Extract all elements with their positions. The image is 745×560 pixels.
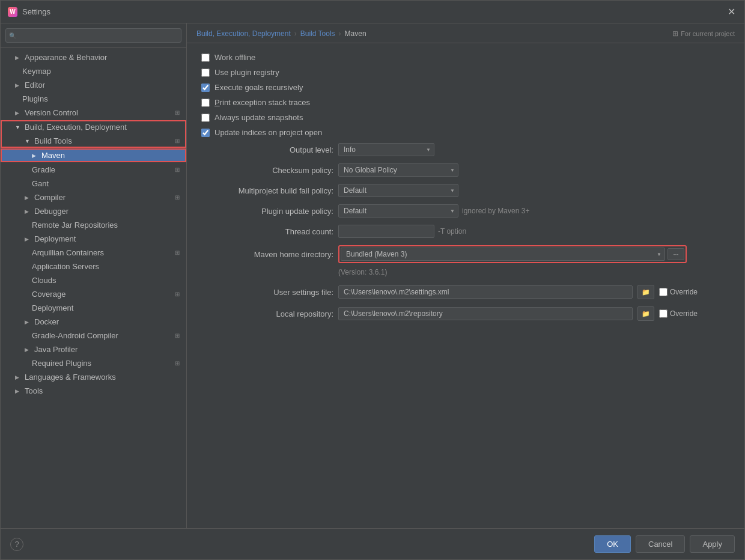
triangle-icon: ▶ <box>15 110 22 116</box>
triangle-icon: ▶ <box>25 319 32 325</box>
breadcrumb-part3: Maven <box>345 29 366 38</box>
plugin-update-policy-row: Plugin update policy: Default Always Nev… <box>201 204 730 218</box>
sidebar-item-java-profiler[interactable]: ▶ Java Profiler <box>1 342 186 356</box>
use-plugin-registry-label: Use plugin registry <box>214 68 279 77</box>
output-level-dropdown[interactable]: Info Debug Warning <box>338 143 434 156</box>
execute-goals-checkbox[interactable] <box>201 84 210 92</box>
breadcrumb-part2[interactable]: Build Tools <box>300 29 335 38</box>
sidebar-item-languages[interactable]: ▶ Languages & Frameworks <box>1 370 186 384</box>
checksum-policy-control: No Global Policy Warn Fail <box>338 163 458 177</box>
sidebar-item-build-exec[interactable]: ▼ Build, Execution, Deployment <box>1 120 186 134</box>
bottom-bar: ? OK Cancel Apply <box>1 528 744 559</box>
sidebar-item-tools[interactable]: ▶ Tools <box>1 384 186 398</box>
sidebar-item-maven[interactable]: ▶ Maven <box>1 148 186 162</box>
search-box <box>1 23 186 48</box>
triangle-icon: ▼ <box>25 138 32 144</box>
sidebar-item-editor[interactable]: ▶ Editor <box>1 78 186 92</box>
sidebar-item-required-plugins[interactable]: Required Plugins ⊞ <box>1 356 186 370</box>
triangle-icon: ▼ <box>15 124 22 130</box>
local-repo-row: Local repository: 📁 Override <box>201 306 730 321</box>
work-offline-checkbox[interactable] <box>201 53 210 62</box>
sidebar-item-remote-jar[interactable]: Remote Jar Repositories <box>1 218 186 232</box>
work-offline-label: Work offline <box>214 53 255 62</box>
output-level-control: Info Debug Warning <box>338 143 434 156</box>
maven-home-browse-button[interactable]: ··· <box>667 248 684 260</box>
user-settings-browse-button[interactable]: 📁 <box>637 285 654 299</box>
breadcrumb: Build, Execution, Deployment › Build Too… <box>187 23 744 43</box>
right-panel: Build, Execution, Deployment › Build Too… <box>187 23 744 528</box>
title-bar: W Settings ✕ <box>1 1 744 23</box>
triangle-icon: ▶ <box>15 374 22 380</box>
maven-version: (Version: 3.6.1) <box>338 268 730 276</box>
multiproject-policy-dropdown[interactable]: Default Fail Fast Fail Never <box>338 184 458 197</box>
local-repo-override-wrap: Override <box>659 309 698 318</box>
close-button[interactable]: ✕ <box>725 6 737 18</box>
maven-home-dropdown[interactable]: Bundled (Maven 3) Custom <box>341 248 665 261</box>
build-tools-icon: ⊞ <box>173 137 181 145</box>
update-indices-label: Update indices on project open <box>214 128 322 137</box>
sidebar-item-version-control[interactable]: ▶ Version Control ⊞ <box>1 106 186 120</box>
maven-settings: Work offline Use plugin registry Execute… <box>187 43 744 528</box>
checksum-policy-dropdown[interactable]: No Global Policy Warn Fail <box>338 163 458 177</box>
local-repo-override-checkbox[interactable] <box>659 309 667 318</box>
thread-count-label: Thread count: <box>201 227 333 236</box>
app-icon: W <box>8 7 17 17</box>
update-indices-checkbox[interactable] <box>201 129 210 137</box>
apply-button[interactable]: Apply <box>690 535 735 553</box>
required-plugins-icon: ⊞ <box>173 359 181 368</box>
settings-dialog: W Settings ✕ ▶ Appearance & Behavior Ke <box>0 0 745 560</box>
use-plugin-registry-row: Use plugin registry <box>201 68 730 77</box>
thread-count-input[interactable] <box>338 225 434 238</box>
print-exception-checkbox[interactable] <box>201 99 210 107</box>
use-plugin-registry-checkbox[interactable] <box>201 68 210 77</box>
sidebar-item-keymap[interactable]: Keymap <box>1 64 186 78</box>
triangle-icon: ▶ <box>25 208 32 215</box>
sidebar-item-app-servers[interactable]: Application Servers <box>1 260 186 273</box>
search-input[interactable] <box>5 28 181 43</box>
sidebar-item-gradle-android[interactable]: Gradle-Android Compiler ⊞ <box>1 329 186 342</box>
output-level-label: Output level: <box>201 145 333 154</box>
compiler-icon: ⊞ <box>173 193 181 202</box>
plugin-update-hint: ignored by Maven 3+ <box>462 207 529 215</box>
sidebar-item-compiler[interactable]: ▶ Compiler ⊞ <box>1 190 186 204</box>
local-repo-label: Local repository: <box>201 309 333 318</box>
sidebar-item-appearance[interactable]: ▶ Appearance & Behavior <box>1 50 186 64</box>
gradle-android-icon: ⊞ <box>173 332 181 340</box>
sidebar-item-docker[interactable]: ▶ Docker <box>1 315 186 329</box>
sidebar-item-gant[interactable]: Gant <box>1 177 186 190</box>
thread-count-hint: -T option <box>438 227 466 236</box>
local-repo-browse-button[interactable]: 📁 <box>637 306 654 321</box>
plugin-update-policy-dropdown[interactable]: Default Always Never <box>338 204 458 218</box>
breadcrumb-part1[interactable]: Build, Execution, Deployment <box>196 29 291 38</box>
multiproject-policy-control: Default Fail Fast Fail Never <box>338 184 458 197</box>
sidebar-item-debugger[interactable]: ▶ Debugger <box>1 204 186 218</box>
sidebar-item-deployment2[interactable]: Deployment <box>1 301 186 315</box>
user-settings-input[interactable] <box>338 285 633 299</box>
ok-button[interactable]: OK <box>594 535 631 553</box>
for-current-project: ⊞ For current project <box>672 29 735 38</box>
checksum-policy-row: Checksum policy: No Global Policy Warn F… <box>201 163 730 177</box>
always-update-checkbox[interactable] <box>201 114 210 122</box>
sidebar-item-arquillian[interactable]: Arquillian Containers ⊞ <box>1 246 186 260</box>
sidebar-item-clouds[interactable]: Clouds <box>1 273 186 287</box>
sidebar-item-coverage[interactable]: Coverage ⊞ <box>1 287 186 301</box>
triangle-icon: ▶ <box>25 195 32 201</box>
user-settings-row: User settings file: 📁 Override <box>201 285 730 299</box>
sidebar-item-plugins[interactable]: Plugins <box>1 92 186 106</box>
maven-home-label: Maven home directory: <box>201 250 333 259</box>
thread-count-row: Thread count: -T option <box>201 225 730 238</box>
nav-tree: ▶ Appearance & Behavior Keymap ▶ Editor … <box>1 48 186 528</box>
sidebar-item-build-tools[interactable]: ▼ Build Tools ⊞ <box>1 134 186 148</box>
local-repo-input[interactable] <box>338 307 633 320</box>
breadcrumb-sep2: › <box>339 29 341 38</box>
checksum-policy-label: Checksum policy: <box>201 166 333 175</box>
multiproject-policy-dropdown-wrap: Default Fail Fast Fail Never <box>338 184 458 197</box>
triangle-icon: ▶ <box>15 82 22 88</box>
sidebar-item-gradle[interactable]: Gradle ⊞ <box>1 163 186 177</box>
sidebar-item-deployment[interactable]: ▶ Deployment <box>1 232 186 246</box>
help-button[interactable]: ? <box>10 538 23 551</box>
cancel-button[interactable]: Cancel <box>636 535 685 553</box>
print-exception-label: Print exception stack traces <box>214 98 310 107</box>
triangle-icon: ▶ <box>25 236 32 242</box>
user-settings-override-checkbox[interactable] <box>659 288 667 296</box>
